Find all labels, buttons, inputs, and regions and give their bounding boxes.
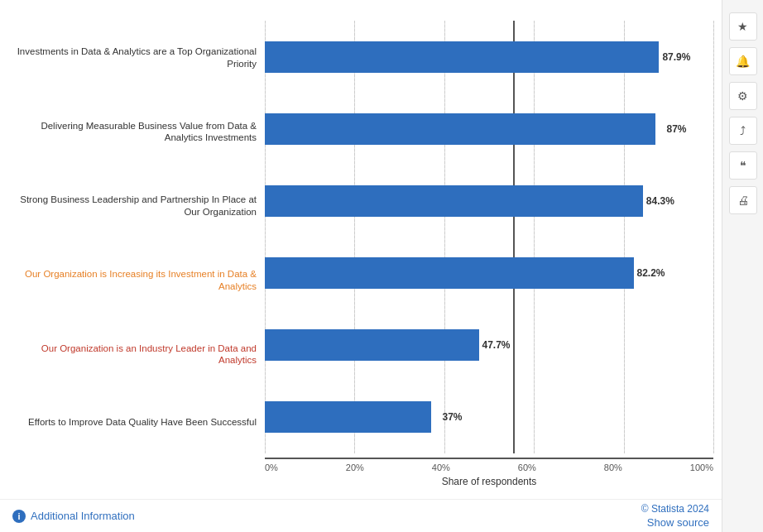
- x-axis: 0%20%40%60%80%100%: [265, 458, 713, 472]
- y-label: Our Organization is Increasing its Inves…: [17, 268, 257, 293]
- bar-row: 47.7%: [265, 324, 713, 367]
- bar-value-label: 87%: [667, 123, 687, 135]
- bar: 37%: [265, 401, 431, 433]
- bottom-right: © Statista 2024 Show source: [641, 503, 709, 529]
- statista-credit: © Statista 2024: [641, 503, 709, 515]
- bar: 82.2%: [265, 257, 634, 289]
- y-label: Efforts to Improve Data Quality Have Bee…: [17, 416, 257, 429]
- additional-info-button[interactable]: i Additional Information: [12, 510, 135, 523]
- sidebar: ★🔔⚙⤴❝🖨: [722, 0, 763, 532]
- bar-value-label: 82.2%: [636, 267, 665, 279]
- bar: 87%: [265, 113, 655, 145]
- bar-row: 82.2%: [265, 252, 713, 295]
- quote-icon[interactable]: ❝: [729, 151, 757, 180]
- bar-value-label: 47.7%: [482, 339, 511, 351]
- info-icon: i: [12, 510, 26, 523]
- bar: 87.9%: [265, 41, 659, 73]
- x-tick: 80%: [604, 463, 622, 472]
- grid-line: [534, 21, 535, 453]
- bar-row: 87%: [265, 108, 713, 151]
- bar-value-label: 87.9%: [662, 51, 690, 63]
- main-container: Investments in Data & Analytics are a To…: [0, 0, 763, 532]
- x-tick: 60%: [518, 463, 536, 472]
- y-labels: Investments in Data & Analytics are a To…: [17, 21, 265, 453]
- grid-line: [444, 21, 445, 453]
- y-label: Delivering Measurable Business Value fro…: [17, 120, 257, 145]
- chart-area: Investments in Data & Analytics are a To…: [0, 0, 722, 532]
- x-tick: 20%: [346, 463, 364, 472]
- grid-line: [354, 21, 355, 453]
- grid-line: [713, 21, 714, 453]
- bell-icon[interactable]: 🔔: [729, 47, 757, 75]
- bar: 47.7%: [265, 329, 479, 361]
- vertical-axis-line: [513, 21, 515, 453]
- x-tick: 100%: [690, 463, 713, 472]
- share-icon[interactable]: ⤴: [729, 117, 757, 145]
- y-label: Strong Business Leadership and Partnersh…: [17, 194, 257, 218]
- bars-area: 87.9%87%84.3%82.2%47.7%37%: [265, 21, 713, 453]
- x-tick: 40%: [432, 463, 450, 472]
- bar-value-label: 84.3%: [646, 195, 674, 207]
- grid-line: [265, 21, 266, 453]
- bar-value-label: 37%: [443, 411, 463, 423]
- y-label: Investments in Data & Analytics are a To…: [17, 46, 257, 70]
- grid-line: [624, 21, 625, 453]
- bar: 84.3%: [265, 185, 643, 217]
- x-axis-title: Share of respondents: [265, 476, 713, 487]
- chart-wrapper: Investments in Data & Analytics are a To…: [17, 21, 713, 453]
- bar-row: 37%: [265, 395, 713, 439]
- star-icon[interactable]: ★: [729, 12, 757, 41]
- bar-row: 84.3%: [265, 180, 713, 223]
- x-tick: 0%: [265, 463, 278, 472]
- gear-icon[interactable]: ⚙: [729, 82, 757, 110]
- additional-info-label: Additional Information: [31, 510, 135, 522]
- y-label: Our Organization is an Industry Leader i…: [17, 343, 257, 367]
- grid-lines: [265, 21, 713, 453]
- bar-row: 87.9%: [265, 36, 713, 79]
- print-icon[interactable]: 🖨: [729, 186, 757, 214]
- x-axis-area: 0%20%40%60%80%100%Share of respondents: [265, 458, 713, 487]
- bottom-bar: i Additional Information © Statista 2024…: [0, 499, 722, 532]
- show-source-button[interactable]: Show source: [647, 516, 709, 529]
